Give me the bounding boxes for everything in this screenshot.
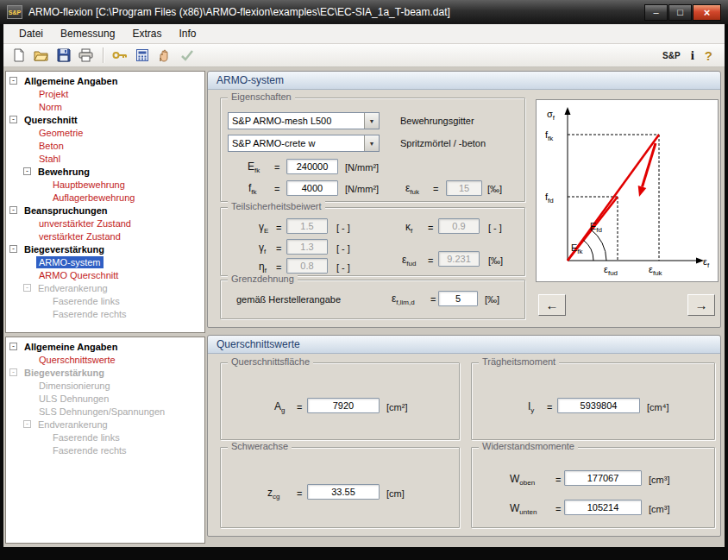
- tree-item-norm[interactable]: Norm: [6, 100, 204, 113]
- tree-item-geometrie[interactable]: Geometrie: [6, 126, 204, 139]
- eta-f-unit: [ - ]: [336, 262, 350, 273]
- save-button[interactable]: [53, 46, 74, 66]
- collapse-icon[interactable]: -: [23, 420, 31, 428]
- menu-datei[interactable]: Datei: [10, 25, 52, 42]
- window-title: ARMO-flexion [C:\Program Files (x86)\ARM…: [28, 6, 450, 18]
- tree-item-projekt[interactable]: Projekt: [6, 87, 204, 100]
- wunten-symbol: Wunten: [510, 502, 537, 516]
- collapse-icon[interactable]: -: [23, 284, 31, 292]
- equals-label: =: [276, 223, 281, 233]
- menu-bemessung[interactable]: Bemessung: [52, 25, 123, 42]
- pan-hand-button[interactable]: [154, 46, 175, 66]
- wunten-unit: [cm³]: [649, 504, 669, 514]
- help-button[interactable]: ?: [705, 48, 712, 63]
- next-button[interactable]: →: [687, 294, 715, 316]
- efk-field[interactable]: 240000: [286, 159, 338, 174]
- gamma-f-field[interactable]: 1.3: [286, 239, 328, 255]
- equals-label: =: [274, 184, 279, 194]
- tree-item-querschnitt[interactable]: -Querschnitt: [6, 113, 204, 126]
- collapse-icon[interactable]: -: [9, 245, 17, 253]
- efud-field[interactable]: 9.231: [438, 251, 480, 267]
- collapse-icon[interactable]: -: [9, 206, 17, 214]
- tree-item-faserende-rechts[interactable]: Faserende rechts: [6, 307, 204, 320]
- tree-item-verstaerkter-zustand[interactable]: verstärkter Zustand: [6, 230, 204, 242]
- ag-field[interactable]: 7920: [307, 398, 380, 413]
- iy-field[interactable]: 5939804: [557, 398, 640, 413]
- tree2-item-dimensionierung[interactable]: Dimensionierung: [6, 379, 204, 392]
- sp-logo-icon[interactable]: S&P: [662, 51, 681, 60]
- open-file-button[interactable]: [30, 46, 52, 66]
- tree2-item-uls-dehnungen[interactable]: ULS Dehnungen: [6, 392, 204, 405]
- reduction-arrow-head: [638, 186, 647, 197]
- y-axis-label: σf: [547, 109, 555, 122]
- print-button[interactable]: [75, 46, 97, 66]
- tree-item-hauptbewehrung[interactable]: Hauptbewehrung: [6, 178, 204, 191]
- tree-item-auflagerbewehrung[interactable]: Auflagerbewehrung: [6, 191, 204, 204]
- group-querschnittsflaeche: Querschnittsfläche Ag = 7920 [cm²]: [220, 362, 460, 440]
- tree-item-stahl[interactable]: Stahl: [6, 152, 204, 165]
- woben-field[interactable]: 177067: [564, 470, 642, 486]
- equals-label: =: [428, 255, 433, 266]
- collapse-icon[interactable]: -: [23, 167, 31, 175]
- save-floppy-icon: [57, 48, 71, 62]
- collapse-icon[interactable]: -: [9, 343, 17, 350]
- eflimd-unit: [‰]: [485, 294, 499, 305]
- tree-item-bewehrung[interactable]: -Bewehrung: [6, 165, 204, 178]
- hand-icon: [158, 48, 171, 62]
- collapse-icon[interactable]: -: [9, 368, 17, 376]
- tree-item-armo-system[interactable]: ARMO-system: [6, 255, 204, 268]
- tree-item-armo-querschnitt[interactable]: ARMO Querschnitt: [6, 268, 204, 281]
- equals-label: =: [297, 402, 302, 412]
- eflimd-field[interactable]: 5: [438, 291, 478, 306]
- tree-item-beanspruchungen[interactable]: -Beanspruchungen: [6, 204, 204, 217]
- tree2-item-faserende-links[interactable]: Faserende links: [6, 431, 204, 444]
- content-area: -Allgemeine Angaben Projekt Norm -Quersc…: [3, 67, 725, 547]
- tree-item-unverstaerkter-zustand[interactable]: unverstärkter Zustand: [6, 217, 204, 230]
- check-confirm-button[interactable]: [176, 46, 198, 66]
- dropdown-arrow-icon[interactable]: ▼: [364, 135, 379, 151]
- zcg-field[interactable]: 33.55: [307, 484, 380, 500]
- tree-item-endverankerung[interactable]: -Endverankerung: [6, 281, 204, 294]
- minimize-button[interactable]: –: [644, 4, 668, 21]
- info-button[interactable]: i: [691, 48, 694, 63]
- calculation-button[interactable]: [131, 46, 153, 66]
- menu-extras[interactable]: Extras: [123, 25, 170, 42]
- collapse-icon[interactable]: -: [9, 116, 17, 123]
- efk-unit: [N/mm²]: [345, 162, 379, 173]
- results-tree[interactable]: -Allgemeine Angaben Querschnittswerte -B…: [5, 337, 205, 544]
- spritzmoertel-select[interactable]: S&P ARMO-crete w ▼: [228, 135, 380, 152]
- gamma-f-symbol: γf: [259, 242, 266, 255]
- equals-label: =: [274, 162, 279, 173]
- prev-button[interactable]: ←: [538, 294, 566, 316]
- bewehrungsgitter-select[interactable]: S&P ARMO-mesh L500 ▼: [228, 112, 380, 129]
- y-axis-arrow: [565, 107, 571, 115]
- dropdown-arrow-icon[interactable]: ▼: [364, 113, 379, 129]
- woben-unit: [cm³]: [649, 475, 669, 485]
- efud-symbol: εfud: [402, 254, 416, 267]
- maximize-button[interactable]: □: [668, 4, 692, 21]
- menubar: Datei Bemessung Extras Info: [3, 24, 725, 44]
- tree2-item-allgemeine-angaben[interactable]: -Allgemeine Angaben: [6, 340, 204, 353]
- gamma-e-field[interactable]: 1.5: [286, 218, 328, 234]
- kappa-f-field[interactable]: 0.9: [438, 218, 480, 234]
- tree-item-biegeverstaerkung[interactable]: -Biegeverstärkung: [6, 242, 204, 255]
- tree2-item-sls-dehnungen-spannungen[interactable]: SLS Dehnungen/Spannungen: [6, 405, 204, 418]
- menu-info[interactable]: Info: [170, 25, 204, 42]
- stress-strain-diagram: σf εf ffk ffd Efd Efk εfud εfuk: [536, 99, 719, 282]
- ffk-field[interactable]: 4000: [286, 180, 338, 196]
- tree-item-beton[interactable]: Beton: [6, 139, 204, 152]
- close-button[interactable]: ×: [693, 4, 721, 21]
- key-login-button[interactable]: [109, 46, 130, 66]
- efuk-field[interactable]: 15: [446, 180, 482, 196]
- tree2-item-endverankerung[interactable]: -Endverankerung: [6, 418, 204, 431]
- tree2-item-faserende-rechts[interactable]: Faserende rechts: [6, 444, 204, 456]
- tree2-item-biegeverstaerkung[interactable]: -Biegeverstärkung: [6, 366, 204, 379]
- collapse-icon[interactable]: -: [9, 77, 17, 85]
- tree-item-faserende-links[interactable]: Faserende links: [6, 294, 204, 307]
- input-tree[interactable]: -Allgemeine Angaben Projekt Norm -Quersc…: [5, 71, 205, 333]
- new-document-button[interactable]: [8, 46, 29, 66]
- eta-f-field[interactable]: 0.8: [286, 258, 328, 274]
- wunten-field[interactable]: 105214: [564, 500, 642, 515]
- tree2-item-querschnittswerte[interactable]: Querschnittswerte: [6, 353, 204, 366]
- tree-item-allgemeine-angaben[interactable]: -Allgemeine Angaben: [6, 74, 204, 87]
